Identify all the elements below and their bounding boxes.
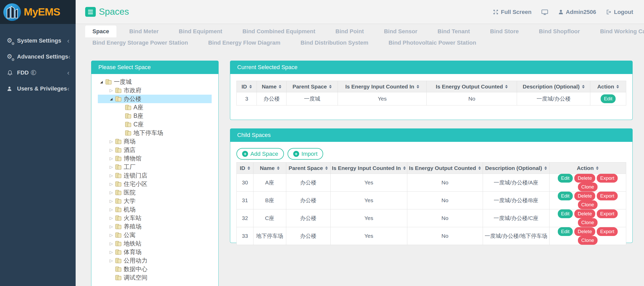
tree-node[interactable]: B座 (98, 112, 212, 120)
display-button[interactable] (541, 9, 548, 15)
tree-node[interactable]: ▷医院 (98, 188, 212, 197)
sidebar-item-advanced-settings[interactable]: ⚙⚙Advanced Settings‹ (0, 49, 76, 65)
add-space-button[interactable]: + Add Space (236, 148, 284, 160)
tab-bind-working-calendar[interactable]: Bind Working Calendar (593, 26, 644, 37)
delete-button[interactable]: Delete (574, 174, 595, 183)
clone-button[interactable]: Clone (578, 218, 598, 227)
export-button[interactable]: Export (597, 227, 618, 236)
column-header-parent-space[interactable]: Parent Space (287, 81, 338, 92)
tab-bind-tenant[interactable]: Bind Tenant (430, 26, 477, 37)
tree-expand-icon[interactable]: ▷ (108, 165, 115, 169)
tree-expand-icon[interactable]: ▷ (108, 225, 115, 229)
tree-node[interactable]: ▷酒店 (98, 146, 212, 154)
tree-node[interactable]: ▷工厂 (98, 163, 212, 171)
tab-bind-combined-equipment[interactable]: Bind Combined Equipment (235, 26, 322, 37)
tab-bind-photovoltaic-power-station[interactable]: Bind Photovoltaic Power Station (381, 37, 483, 48)
tree-node[interactable]: 调试空间 (98, 273, 212, 282)
tab-bind-shopfloor[interactable]: Bind Shopfloor (532, 26, 587, 37)
tree-node[interactable]: ▷连锁门店 (98, 171, 212, 180)
logout-button[interactable]: Logout (606, 9, 633, 15)
column-header-action[interactable]: Action (590, 81, 626, 92)
tree-node[interactable]: 地下停车场 (98, 129, 212, 137)
import-button[interactable]: + Import (288, 148, 323, 160)
app-logo[interactable]: MyEMS (0, 0, 76, 24)
delete-button[interactable]: Delete (574, 227, 595, 236)
column-header-description-optional[interactable]: Description (Optional) (517, 81, 590, 92)
tree-node[interactable]: ▷地铁站 (98, 239, 212, 248)
menu-toggle-button[interactable] (85, 7, 96, 17)
tree-node[interactable]: ▷公寓 (98, 231, 212, 239)
column-header-id[interactable]: ID (237, 81, 257, 92)
clone-button[interactable]: Clone (578, 183, 598, 191)
tree-expand-icon[interactable]: ▷ (108, 174, 115, 178)
tree-expand-icon[interactable]: ▷ (108, 191, 115, 195)
edit-button[interactable]: Edit (558, 227, 573, 236)
tree-expand-icon[interactable]: ▷ (108, 199, 115, 203)
column-header-id[interactable]: ID (237, 162, 253, 174)
tree-expand-icon[interactable]: ▷ (108, 182, 115, 186)
tree-node[interactable]: ▷商场 (98, 137, 212, 146)
tree-node[interactable]: ▷机场 (98, 205, 212, 214)
tree-node[interactable]: ▷住宅小区 (98, 180, 212, 188)
tree-node[interactable]: A座 (98, 103, 212, 112)
tree-expand-icon[interactable]: ▷ (108, 88, 115, 93)
tree-node[interactable]: ▷养殖场 (98, 222, 212, 231)
clone-button[interactable]: Clone (578, 200, 598, 209)
column-header-name[interactable]: Name (253, 162, 286, 174)
tab-bind-energy-storage-power-station[interactable]: Bind Energy Storage Power Station (85, 37, 195, 48)
sidebar-item-system-settings[interactable]: ⚙⚙System Settings‹ (0, 33, 76, 49)
delete-button[interactable]: Delete (574, 192, 595, 200)
clone-button[interactable]: Clone (578, 236, 598, 245)
column-header-description-optional[interactable]: Description (Optional) (483, 162, 549, 174)
tree-expand-icon[interactable]: ▷ (108, 242, 115, 246)
tree-expand-icon[interactable]: ▷ (108, 148, 115, 152)
sidebar-item-fdd[interactable]: FDDⒺ‹ (0, 65, 76, 81)
tree-node[interactable]: ◢办公楼 (98, 95, 212, 103)
tab-bind-sensor[interactable]: Bind Sensor (377, 26, 425, 37)
tree-node[interactable]: ▷公用动力 (98, 256, 212, 265)
edit-button[interactable]: Edit (558, 192, 573, 200)
export-button[interactable]: Export (597, 174, 618, 183)
tab-bind-energy-flow-diagram[interactable]: Bind Energy Flow Diagram (201, 37, 288, 48)
tab-space[interactable]: Space (85, 26, 116, 37)
tree-expand-icon[interactable]: ▷ (108, 233, 115, 237)
user-menu[interactable]: Admin2506 (558, 9, 596, 15)
tree-expand-icon[interactable]: ▷ (108, 157, 115, 161)
tree-node[interactable]: 数据中心 (98, 265, 212, 273)
column-header-is-energy-input-counted-in[interactable]: Is Energy Input Counted In (330, 162, 407, 174)
column-header-parent-space[interactable]: Parent Space (286, 162, 330, 174)
column-header-is-energy-input-counted-in[interactable]: Is Energy Input Counted In (338, 81, 427, 92)
tree-expand-icon[interactable]: ▷ (108, 140, 115, 144)
tab-bind-point[interactable]: Bind Point (328, 26, 371, 37)
tree-expand-icon[interactable]: ▷ (108, 259, 115, 263)
tab-bind-meter[interactable]: Bind Meter (122, 26, 166, 37)
tree-node[interactable]: ▷火车站 (98, 214, 212, 222)
edit-button[interactable]: Edit (558, 174, 573, 183)
tree-collapse-icon[interactable]: ◢ (98, 80, 105, 84)
tree-node[interactable]: ▷市政府 (98, 86, 212, 95)
edit-button[interactable]: Edit (558, 209, 573, 218)
tree-expand-icon[interactable]: ▷ (108, 208, 115, 212)
folder-icon (115, 147, 124, 153)
column-header-is-energy-output-counted[interactable]: Is Energy Output Counted (407, 162, 483, 174)
tree-node[interactable]: ▷博物馆 (98, 154, 212, 163)
fullscreen-button[interactable]: Full Screen (493, 9, 531, 15)
tree-node[interactable]: ▷体育场 (98, 248, 212, 256)
sidebar-item-users-privileges[interactable]: Users & Privileges‹ (0, 81, 76, 97)
tree-node[interactable]: C座 (98, 120, 212, 129)
tree-node[interactable]: ▷大学 (98, 197, 212, 205)
export-button[interactable]: Export (597, 209, 618, 218)
delete-button[interactable]: Delete (574, 209, 595, 218)
tree-expand-icon[interactable]: ▷ (108, 216, 115, 220)
column-header-name[interactable]: Name (257, 81, 287, 92)
tab-bind-distribution-system[interactable]: Bind Distribution System (293, 37, 376, 48)
export-button[interactable]: Export (597, 192, 618, 200)
column-header-is-energy-output-counted[interactable]: Is Energy Output Counted (427, 81, 517, 92)
tree-expand-icon[interactable]: ▷ (108, 250, 115, 254)
tab-bind-store[interactable]: Bind Store (483, 26, 526, 37)
tab-bind-equipment[interactable]: Bind Equipment (172, 26, 230, 37)
tree-collapse-icon[interactable]: ◢ (108, 97, 115, 101)
edit-button[interactable]: Edit (601, 94, 616, 103)
tree-node[interactable]: ◢一度城 (98, 78, 212, 86)
column-header-action[interactable]: Action (549, 162, 626, 174)
